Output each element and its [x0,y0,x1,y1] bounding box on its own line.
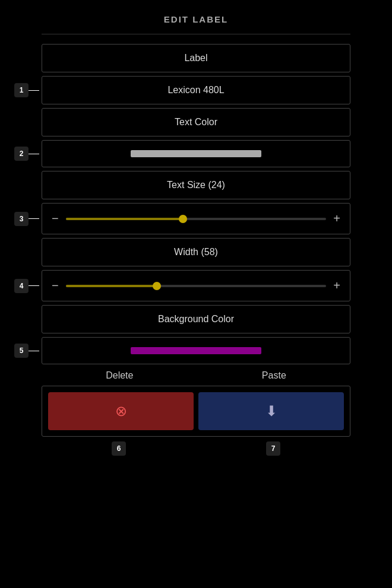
badge-6: 6 [112,441,126,456]
action-buttons-row: ⊗ ⬇ [42,386,350,437]
text-color-bar-container[interactable] [42,140,350,167]
badge-4: 4 [14,279,29,293]
background-color-button[interactable]: Background Color [42,305,350,333]
badge-4-container: 4 [14,279,39,293]
paste-button[interactable]: ⬇ [198,392,344,430]
text-size-button[interactable]: Text Size (24) [42,171,350,199]
badge-7: 7 [266,441,280,456]
delete-label: Delete [106,370,133,381]
width-slider-container[interactable]: − + [42,270,350,301]
width-slider-fill [66,285,157,287]
label-button[interactable]: Label [42,44,350,72]
badge-5: 5 [14,344,29,358]
background-color-bar-container[interactable] [42,337,350,364]
text-size-slider-fill [66,218,183,220]
delete-icon: ⊗ [115,403,127,419]
badge-row-bottom: 6 7 [42,441,350,456]
badge-1: 1 [14,83,29,97]
text-color-button[interactable]: Text Color [42,108,350,136]
arrow-4 [29,285,39,286]
text-size-slider-track[interactable] [66,218,327,220]
paste-label: Paste [262,370,286,381]
badge-5-container: 5 [14,344,39,358]
badge-2: 2 [14,147,29,161]
paste-icon: ⬇ [265,403,277,419]
text-color-bar [131,150,261,157]
arrow-2 [29,154,39,154]
width-button[interactable]: Width (58) [42,238,350,266]
badge-2-container: 2 [14,147,39,161]
width-slider-track[interactable] [66,285,327,287]
delete-button[interactable]: ⊗ [48,392,194,430]
text-size-plus-button[interactable]: + [333,212,340,225]
badge-3-container: 3 [14,212,39,226]
bottom-button-labels: Delete Paste [42,370,350,381]
badge-3: 3 [14,212,29,226]
page-title: EDIT LABEL [42,6,350,34]
width-plus-button[interactable]: + [333,279,340,293]
text-size-slider-container[interactable]: − + [42,203,350,234]
label-value-button[interactable]: Lexicon 480L [42,76,350,104]
arrow-5 [29,351,39,351]
width-slider-thumb[interactable] [153,282,161,290]
width-minus-button[interactable]: − [52,279,59,293]
text-size-slider-thumb[interactable] [179,215,187,223]
badge-1-container: 1 [14,83,39,97]
text-size-minus-button[interactable]: − [52,212,59,225]
background-color-bar [131,347,261,354]
arrow-1 [29,90,39,91]
arrow-3 [29,218,39,219]
